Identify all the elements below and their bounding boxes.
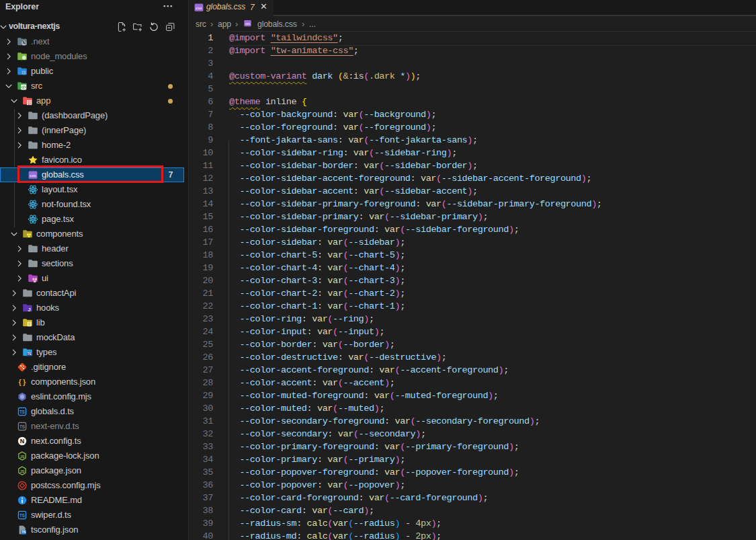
svg-text:N: N [22,40,26,45]
svg-text:{ }: { } [19,378,26,386]
svg-text:J: J [28,307,31,313]
svg-text:TS: TS [19,513,26,518]
svg-text:N: N [20,438,25,445]
svg-text:JS: JS [20,455,25,459]
svg-text:css: css [245,22,251,26]
svg-text:TS: TS [28,352,32,356]
svg-text:TS: TS [19,410,26,414]
svg-text:css: css [196,6,202,10]
svg-text:TS: TS [19,424,26,429]
svg-text:JS: JS [20,469,25,473]
svg-text:TS: TS [22,531,26,534]
